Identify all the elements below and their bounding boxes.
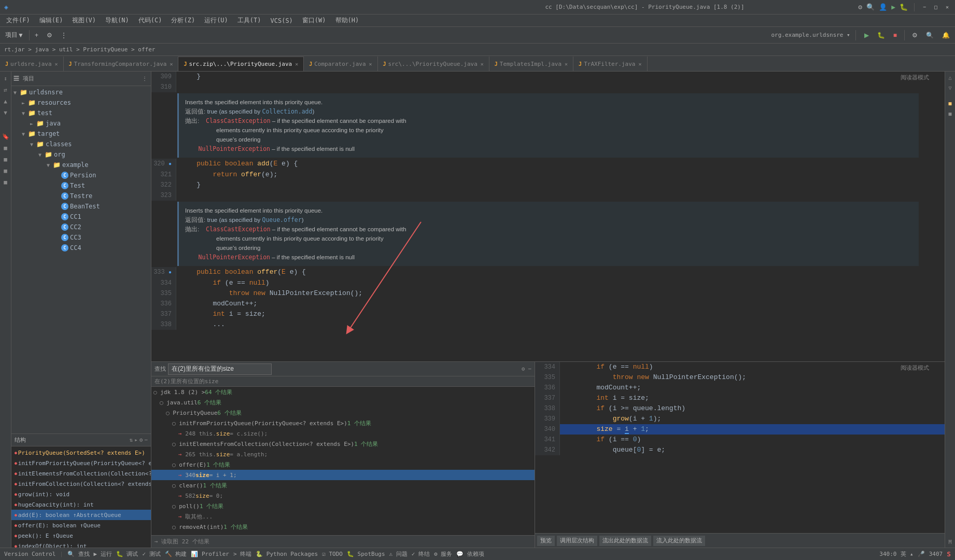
tool-icon-1[interactable]: ↕ — [1, 74, 10, 83]
search-input[interactable] — [168, 363, 272, 375]
tree-item-resources[interactable]: ► 📁 resources — [11, 97, 151, 108]
toolbar-settings[interactable]: ⚙ — [44, 29, 55, 41]
menu-vcs[interactable]: VCS(S) — [266, 16, 297, 25]
status-problems[interactable]: ⚠ 问题 — [389, 550, 408, 558]
tree-item-beantest[interactable]: ► C BeanTest — [11, 201, 151, 212]
tab-close[interactable]: ✕ — [565, 61, 568, 67]
tab-close[interactable]: ✕ — [638, 61, 641, 67]
struct-close-icon[interactable]: − — [144, 437, 148, 443]
tree-item-persion[interactable]: ► C Persion — [11, 170, 151, 180]
minimize-button[interactable]: − — [921, 4, 928, 11]
struct-item[interactable]: ● grow(int): void — [11, 489, 151, 499]
toolbar-add[interactable]: + — [32, 29, 41, 41]
stop-btn[interactable]: ■ — [890, 29, 900, 41]
tool-icon-2[interactable]: ⇄ — [1, 85, 10, 94]
menu-file[interactable]: 文件(F) — [2, 15, 34, 26]
status-run[interactable]: ▶ 运行 — [94, 550, 112, 558]
status-vc[interactable]: Version Control — [4, 551, 55, 557]
search-result-other[interactable]: → 取其他... — [151, 511, 535, 522]
tab-templatesimpl[interactable]: J TemplatesImpl.java ✕ — [489, 57, 573, 71]
tool-icon-4[interactable]: ▼ — [1, 108, 10, 117]
search-result-initfrom[interactable]: ◯ initFromPriorityQueue(PriorityQueue<? … — [151, 418, 535, 428]
menu-tools[interactable]: 工具(T) — [233, 15, 265, 26]
struct-item[interactable]: ● PriorityQueue(SortedSet<? extends E>) — [11, 447, 151, 458]
tree-item-classes[interactable]: ▼ 📁 classes — [11, 139, 151, 149]
menu-code[interactable]: 代码(C) — [134, 15, 166, 26]
tool-icon-6[interactable]: ■ — [1, 155, 10, 164]
search-result-initelements[interactable]: ◯ initElementsFromCollection(Collection<… — [151, 439, 535, 449]
tree-item-testre[interactable]: ► C Testre — [11, 191, 151, 201]
struct-item[interactable]: ● initFromPriorityQueue(PriorityQueue<? … — [11, 458, 151, 468]
flow-out-btn[interactable]: 流出此处的数据流 — [599, 536, 651, 546]
tab-transforming[interactable]: J TransformingComparator.java ✕ — [64, 57, 179, 71]
debug-icon[interactable]: 🐛 — [900, 3, 908, 11]
menu-analyze[interactable]: 分析(Z) — [167, 15, 199, 26]
call-hierarchy-btn[interactable]: 调用层次结构 — [557, 536, 597, 546]
preview-btn[interactable]: 预览 — [537, 536, 555, 546]
status-mic[interactable]: 🎤 — [918, 551, 925, 557]
tool-icon-5[interactable]: ■ — [1, 143, 10, 152]
tool-bookmark[interactable]: 🔖 — [1, 132, 10, 141]
sidebar-settings[interactable]: ⋮ — [141, 73, 149, 85]
project-label[interactable]: 项目 ▼ — [2, 29, 27, 41]
tab-priorityqueue[interactable]: J src.zip\...\PriorityQueue.java ✕ — [178, 57, 304, 71]
right-icon-1[interactable]: △ — [946, 73, 955, 82]
tree-item-cc3[interactable]: ► C CC3 — [11, 232, 151, 243]
right-icon-2[interactable]: ▽ — [946, 83, 955, 92]
search-result-javautil[interactable]: ◯ java.util 6 个结果 — [151, 397, 535, 408]
tab-close[interactable]: ✕ — [369, 61, 372, 67]
settings-icon[interactable]: ⚙ — [858, 3, 862, 11]
tree-item-target[interactable]: ▼ 📁 target — [11, 129, 151, 139]
tab-close-urldsre[interactable]: ✕ — [55, 61, 58, 67]
status-spotbugs[interactable]: 🐛 SpotBugs — [347, 551, 385, 557]
tool-icon-8[interactable]: ■ — [1, 177, 10, 187]
tree-item-test2[interactable]: ► C Test — [11, 180, 151, 191]
status-feedback[interactable]: 💬 依赖项 — [456, 550, 484, 558]
tree-item-cc4[interactable]: ► C CC4 — [11, 243, 151, 253]
settings-icon-small[interactable]: ⚙ — [522, 366, 525, 372]
search-result-offer[interactable]: ◯ offer(E) 1 个结果 — [151, 459, 535, 470]
tool-icon-7[interactable]: ■ — [1, 166, 10, 175]
notifications-btn[interactable]: 🔔 — [939, 29, 953, 41]
right-icon-3[interactable]: ■ — [946, 99, 955, 108]
tab-comparator[interactable]: J Comparator.java ✕ — [304, 57, 377, 71]
tab-priorityqueue2[interactable]: J src\...\PriorityQueue.java ✕ — [378, 57, 489, 71]
status-profiler[interactable]: 📊 Profiler — [191, 551, 229, 557]
search-result-582[interactable]: → 582 size = 0; — [151, 491, 535, 501]
search-result-265[interactable]: → 265 this.size = a.length; — [151, 449, 535, 459]
user-icon[interactable]: 👤 — [879, 3, 887, 11]
menu-view[interactable]: 视图(V) — [68, 15, 100, 26]
status-debug[interactable]: 🐛 调试 — [116, 550, 138, 558]
tab-close[interactable]: ✕ — [170, 61, 173, 67]
tree-item-cc1[interactable]: ► C CC1 — [11, 212, 151, 222]
search-result-340[interactable]: → 340 size = i + 1; — [151, 470, 535, 480]
code-editor-top[interactable]: 309 } 310 Inserts the specified element … — [151, 72, 945, 361]
sort-icon[interactable]: ⇅ — [130, 437, 133, 443]
reader-mode-btn-top[interactable]: 阅读器模式 — [901, 74, 929, 81]
struct-item[interactable]: ● initFromCollection(Collection<? extend… — [11, 479, 151, 489]
struct-settings-icon[interactable]: ⚙ — [139, 437, 143, 443]
menu-help[interactable]: 帮助(H) — [331, 15, 363, 26]
search-result-clear[interactable]: ◯ clear() 1 个结果 — [151, 480, 535, 491]
status-build[interactable]: 🔨 构建 — [165, 550, 187, 558]
search-result-poll[interactable]: ◯ poll() 1 个结果 — [151, 501, 535, 511]
status-python[interactable]: 🐍 Python Packages — [256, 551, 318, 557]
struct-item[interactable]: ● hugeCapacity(int): int — [11, 499, 151, 510]
run-btn[interactable]: ▶ — [861, 29, 872, 41]
reader-mode-btn-bottom[interactable]: 阅读器模式 — [901, 364, 929, 372]
menu-run[interactable]: 运行(U) — [200, 15, 232, 26]
status-test[interactable]: ✓ 测试 — [142, 550, 160, 558]
tree-item-example[interactable]: ▼ 📁 example — [11, 160, 151, 170]
tree-item-cc2[interactable]: ► C CC2 — [11, 222, 151, 232]
menu-window[interactable]: 窗口(W) — [298, 15, 330, 26]
struct-item-add[interactable]: ● add(E): boolean ↑AbstractQueue — [11, 510, 151, 520]
struct-item-indexof[interactable]: ● indexOf(Object): int — [11, 541, 151, 548]
maximize-button[interactable]: □ — [932, 4, 939, 11]
bottom-right-code[interactable]: 334 if (e == null) 335 throw new NullPoi… — [535, 362, 945, 533]
menu-edit[interactable]: 编辑(E) — [35, 15, 67, 26]
tool-icon-3[interactable]: ▲ — [1, 96, 10, 106]
tab-close[interactable]: ✕ — [295, 61, 298, 67]
right-icon-4[interactable]: ■ — [946, 109, 955, 118]
tab-traxfilter[interactable]: J TrAXFilter.java ✕ — [573, 57, 647, 71]
search-result-jdk[interactable]: ○ jdk 1.8 (2) > 64 个结果 — [151, 387, 535, 397]
